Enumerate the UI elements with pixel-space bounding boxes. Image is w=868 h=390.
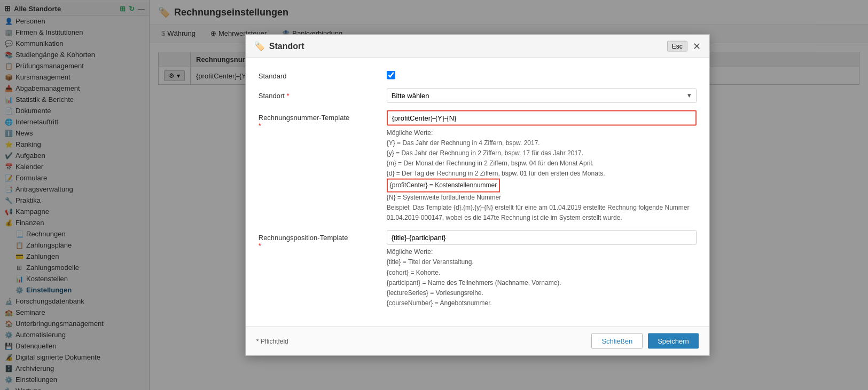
modal-close-x-button[interactable]: ✕ [693,40,701,52]
label-standort: Standort * [259,88,387,99]
help-pos-cohort: {cohort} = Kohorte. [387,268,440,276]
control-standort: Bitte wählen [387,88,697,102]
standort-select-wrapper: Bitte wählen [387,88,697,102]
help-highlight-profitCenter: {profitCenter} = Kostenstellennummer [387,179,500,192]
checkbox-standard[interactable] [387,70,395,79]
modal-footer: * Pflichtfeld Schließen Speichern [246,327,709,355]
modal-header: 🏷️ Standort Esc ✕ [246,35,709,58]
rechnungsposition-input[interactable] [387,230,697,245]
rechnungsnummer-help: Mögliche Werte: {Y} = Das Jahr der Rechn… [387,128,697,223]
rechnungsposition-required-mark: * [259,242,261,250]
label-rechnungsnummer: Rechnungsnummer-Template * [259,110,387,129]
label-rechnungsposition: Rechnungsposition-Template * [259,230,387,250]
help-pos-lecture: {lectureSeries} = Vorlesungsreihe. [387,289,483,297]
control-standard [387,68,697,81]
form-row-standard: Standard [259,68,697,81]
modal-header-left: 🏷️ Standort [254,41,304,51]
standort-select[interactable]: Bitte wählen [387,88,697,102]
modal-title: Standort [269,41,304,51]
control-rechnungsnummer: Mögliche Werte: {Y} = Das Jahr der Rechn… [387,110,697,223]
rechnungsposition-help: Mögliche Werte: {title} = Titel der Vera… [387,247,697,308]
rechnungsnummer-input[interactable] [387,110,697,125]
help-line-m: {m} = Der Monat der Rechnung in 2 Ziffer… [387,160,594,167]
form-row-rechnungsposition: Rechnungsposition-Template * Mögliche We… [259,230,697,308]
modal-esc-button[interactable]: Esc [667,41,687,51]
form-row-rechnungsnummer: Rechnungsnummer-Template * Mögliche Wert… [259,110,697,223]
rechnungsnummer-required-mark: * [259,121,261,129]
modal-tag-icon: 🏷️ [254,41,265,51]
help-line-y: {y} = Das Jahr der Rechnung in 2 Ziffern… [387,149,583,156]
help-line-Y: {Y} = Das Jahr der Rechnung in 4 Ziffern… [387,139,540,146]
modal-standort: 🏷️ Standort Esc ✕ Standard Standort * [245,34,710,356]
modal-schliessen-button[interactable]: Schließen [591,333,643,349]
modal-header-right: Esc ✕ [667,40,701,52]
control-rechnungsposition: Mögliche Werte: {title} = Titel der Vera… [387,230,697,308]
help-line-d: {d} = Der Tag der Rechnung in 2 Ziffern,… [387,170,605,177]
label-standard: Standard [259,68,387,79]
modal-speichern-button[interactable]: Speichern [648,333,699,349]
standort-required-mark: * [287,91,290,99]
help-pos-course: {courseNumber} = Angebotsnummer. [387,299,492,307]
form-row-standort: Standort * Bitte wählen [259,88,697,102]
help-pos-participant: {participant} = Name des Teilnehmers (Na… [387,278,561,286]
help-line-example: Beispiel: Das Template {d}.{m}.{y}-{N} e… [387,203,690,221]
modal-body: Standard Standort * Bitte wählen [246,58,709,327]
modal-footer-buttons: Schließen Speichern [591,333,698,349]
help-pos-title: {title} = Titel der Veranstaltung. [387,258,474,266]
help-line-N: {N} = Systemweite fortlaufende Nummer [387,193,501,201]
required-note: * Pflichtfeld [256,337,288,345]
